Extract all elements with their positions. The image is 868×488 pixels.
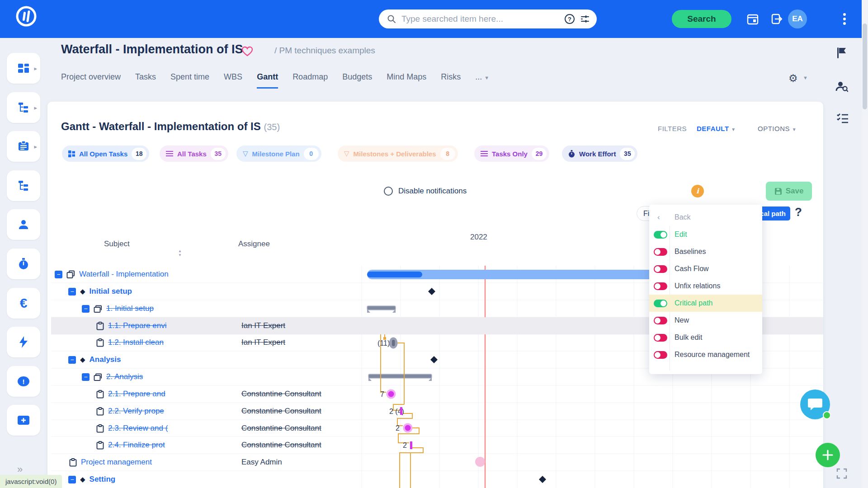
assignee-name[interactable]: Constantine Consultant bbox=[241, 424, 321, 433]
toggle-switch[interactable] bbox=[654, 351, 667, 359]
disable-notifications-radio[interactable] bbox=[384, 187, 393, 196]
table-row[interactable]: 2.3. Review and ( Constantine Consultant bbox=[51, 420, 823, 437]
tab-budgets[interactable]: Budgets bbox=[342, 72, 372, 89]
flag-icon[interactable] bbox=[836, 47, 847, 59]
menu-item-baselines[interactable]: Baselines bbox=[649, 243, 762, 260]
add-button[interactable] bbox=[816, 443, 840, 467]
collapse-toggle[interactable]: − bbox=[68, 476, 76, 483]
sidebar-item-alerts[interactable]: ! bbox=[7, 366, 40, 397]
collapse-toggle[interactable]: − bbox=[68, 288, 76, 296]
table-row[interactable]: 2.4. Finalize prot Constantine Consultan… bbox=[51, 436, 823, 454]
table-row[interactable]: 2.2. Verify prope Constantine Consultant bbox=[51, 403, 823, 420]
toggle-switch[interactable] bbox=[654, 265, 667, 273]
calendar-icon[interactable] bbox=[746, 12, 760, 26]
toggle-switch[interactable] bbox=[654, 300, 667, 307]
sort-icon[interactable]: ▲▼ bbox=[178, 249, 182, 258]
sidebar-item-users[interactable] bbox=[7, 209, 40, 240]
column-header-subject[interactable]: Subject bbox=[104, 239, 130, 249]
avatar[interactable]: EA bbox=[788, 9, 807, 28]
user-search-icon[interactable] bbox=[835, 80, 848, 92]
menu-item-new[interactable]: New bbox=[649, 312, 762, 329]
column-header-assignee[interactable]: Assignee bbox=[238, 239, 270, 249]
toggle-switch[interactable] bbox=[654, 248, 667, 256]
sidebar-item-dashboard[interactable]: ▸ bbox=[7, 53, 40, 84]
assignee-name[interactable]: Constantine Consultant bbox=[241, 441, 321, 450]
task-subject-link[interactable]: 2.1. Prepare and bbox=[108, 389, 165, 399]
chip-tasks-only[interactable]: Tasks Only29 bbox=[474, 145, 549, 162]
gantt-help-icon[interactable]: ? bbox=[795, 205, 802, 219]
menu-item-bulk-edit[interactable]: Bulk edit bbox=[649, 329, 762, 346]
chip-work-effort[interactable]: Work Effort35 bbox=[562, 145, 637, 162]
menu-item-unfix-relations[interactable]: Unfix relations bbox=[649, 277, 762, 295]
breadcrumb[interactable]: / PM techniques examples bbox=[274, 46, 375, 56]
search-settings-icon[interactable] bbox=[580, 14, 590, 24]
collapse-sidebar-icon[interactable]: » bbox=[17, 464, 23, 475]
collapse-toggle[interactable]: − bbox=[68, 356, 76, 364]
task-subject-link[interactable]: 2.4. Finalize prot bbox=[108, 441, 165, 450]
chat-button[interactable] bbox=[800, 389, 830, 419]
tab-project-overview[interactable]: Project overview bbox=[61, 72, 121, 89]
save-button[interactable]: Save bbox=[766, 182, 812, 201]
task-subject-link[interactable]: 1. Initial setup bbox=[106, 304, 154, 313]
assignee-name[interactable]: Constantine Consultant bbox=[241, 389, 321, 399]
milestone-subject-link[interactable]: Initial setup bbox=[90, 287, 132, 296]
table-row[interactable]: 2.1. Prepare and Constantine Consultant bbox=[51, 385, 823, 403]
task-list-icon[interactable] bbox=[836, 113, 848, 124]
collapse-toggle[interactable]: − bbox=[82, 305, 90, 313]
menu-item-cash-flow[interactable]: Cash Flow bbox=[649, 260, 762, 277]
tab-mind-maps[interactable]: Mind Maps bbox=[387, 72, 426, 89]
logout-icon[interactable] bbox=[770, 12, 784, 26]
toggle-switch[interactable] bbox=[654, 334, 667, 342]
task-subject-link[interactable]: Waterfall - Implementation bbox=[79, 270, 169, 279]
more-menu-icon[interactable] bbox=[842, 12, 847, 26]
assignee-name[interactable]: Constantine Consultant bbox=[241, 407, 321, 416]
menu-item-back[interactable]: ‹ Back bbox=[649, 209, 762, 226]
toggle-switch[interactable] bbox=[654, 317, 667, 324]
project-settings-caret-icon[interactable]: ▼ bbox=[803, 75, 808, 80]
assignee-name[interactable]: Ian IT Expert bbox=[241, 321, 285, 330]
task-subject-link[interactable]: 2.2. Verify prope bbox=[108, 407, 164, 416]
fullscreen-icon[interactable] bbox=[836, 468, 847, 479]
collapse-toggle[interactable]: − bbox=[55, 271, 62, 278]
menu-item-critical-path[interactable]: Critical path bbox=[649, 295, 762, 312]
options-dropdown[interactable]: OPTIONS ▼ bbox=[758, 125, 797, 132]
search-button[interactable]: Search bbox=[672, 10, 731, 28]
chip-all-tasks[interactable]: All Tasks35 bbox=[160, 145, 228, 162]
toggle-switch[interactable] bbox=[654, 282, 667, 290]
task-subject-link[interactable]: 1.2. Install clean bbox=[108, 338, 164, 347]
sidebar-item-tasks[interactable]: ▸ bbox=[7, 131, 40, 162]
tab-more[interactable]: ... ▼ bbox=[475, 72, 489, 89]
sidebar-item-budgets[interactable]: € bbox=[7, 288, 40, 319]
favorite-heart-icon[interactable] bbox=[241, 46, 253, 57]
tab-tasks[interactable]: Tasks bbox=[135, 72, 156, 89]
page-scrollbar-track[interactable] bbox=[862, 0, 868, 488]
collapse-toggle[interactable]: − bbox=[82, 373, 90, 381]
tab-risks[interactable]: Risks bbox=[441, 72, 461, 89]
sidebar-item-wbs[interactable] bbox=[7, 170, 40, 201]
sidebar-item-time[interactable] bbox=[7, 249, 40, 279]
app-logo[interactable] bbox=[14, 5, 38, 28]
page-scrollbar-thumb[interactable] bbox=[863, 23, 867, 109]
project-settings-gear-icon[interactable]: ⚙ bbox=[788, 72, 798, 84]
table-row[interactable]: − ◆ Setting bbox=[51, 471, 823, 488]
table-row[interactable]: Project management Easy Admin bbox=[51, 454, 823, 471]
filters-default-dropdown[interactable]: DEFAULT ▼ bbox=[697, 125, 736, 132]
milestone-subject-link[interactable]: Analysis bbox=[90, 355, 121, 364]
tab-roadmap[interactable]: Roadmap bbox=[292, 72, 328, 89]
chip-milestones-deliverables[interactable]: ▽ Milestones + Deliverables8 bbox=[338, 145, 458, 162]
assignee-name[interactable]: Easy Admin bbox=[241, 458, 282, 467]
task-subject-link[interactable]: 2. Analysis bbox=[106, 372, 143, 381]
tab-spent-time[interactable]: Spent time bbox=[170, 72, 209, 89]
sidebar-item-projects-tree[interactable]: ▸ bbox=[7, 92, 40, 123]
tab-wbs[interactable]: WBS bbox=[224, 72, 242, 89]
info-badge[interactable]: i bbox=[691, 185, 704, 197]
toggle-switch[interactable] bbox=[654, 231, 667, 239]
task-subject-link[interactable]: 2.3. Review and ( bbox=[108, 424, 168, 433]
search-input[interactable] bbox=[401, 14, 560, 24]
sidebar-item-actions[interactable] bbox=[7, 327, 40, 357]
chip-all-open-tasks[interactable]: All Open Tasks18 bbox=[62, 145, 149, 162]
milestone-subject-link[interactable]: Setting bbox=[90, 475, 116, 484]
tab-gantt[interactable]: Gantt bbox=[257, 72, 278, 89]
task-subject-link[interactable]: 1.1. Prepare envi bbox=[108, 321, 166, 330]
assignee-name[interactable]: Ian IT Expert bbox=[241, 338, 285, 347]
